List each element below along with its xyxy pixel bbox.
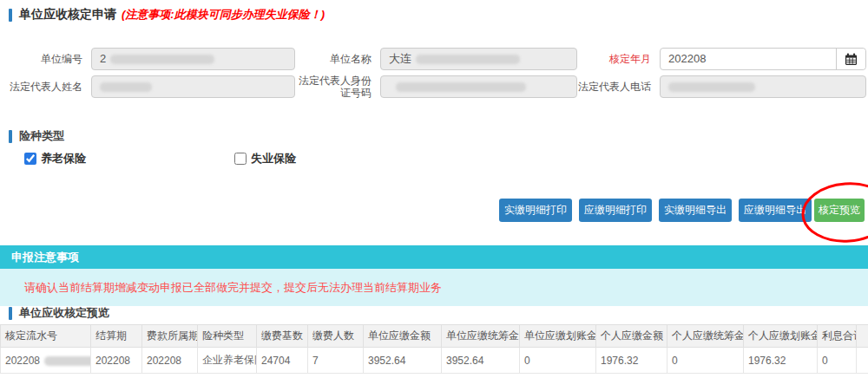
- col-serial-no: 核定流水号: [1, 325, 91, 348]
- preview-title: 单位应收核定预览: [19, 305, 109, 321]
- pension-checkbox[interactable]: [24, 153, 36, 165]
- cell-unit-pooled: 3952.64: [442, 348, 520, 374]
- preview-header: 单位应收核定预览: [9, 305, 109, 321]
- paid-detail-print-button[interactable]: 实缴明细打印: [499, 199, 572, 222]
- col-fee-period: 费款所属期: [142, 325, 198, 348]
- legal-name-label: 法定代表人姓名: [0, 75, 82, 98]
- calendar-picker-button[interactable]: [836, 49, 865, 69]
- col-unit-pooled: 单位应缴统筹金额: [442, 325, 520, 348]
- unit-name-label: 单位名称: [291, 48, 372, 70]
- due-detail-export-button[interactable]: 应缴明细导出: [739, 199, 812, 222]
- table-row: 202208 202208 202208 企业养老保险 24704 7 3952…: [1, 348, 868, 374]
- legal-id-label: 法定代表人身份证号码: [291, 75, 372, 99]
- verify-preview-button[interactable]: 核定预览: [814, 199, 865, 222]
- pension-insurance-option[interactable]: 养老保险: [24, 151, 86, 166]
- unit-code-input[interactable]: 2: [91, 48, 295, 70]
- insurance-type-header: 险种类型: [9, 128, 64, 144]
- cell-settle-period: 202208: [91, 348, 142, 374]
- col-insurance-type: 险种类型: [198, 325, 257, 348]
- col-interest-total: 利息合计: [818, 325, 857, 348]
- cell-interest-total: 0: [818, 348, 857, 374]
- cell-payer-count: 7: [308, 348, 364, 374]
- page-title: 单位应收核定申请: [19, 7, 116, 23]
- col-settle-period: 结算期: [91, 325, 142, 348]
- col-personal-account: 个人应缴划账金额: [744, 325, 818, 348]
- verify-month-input[interactable]: 202208: [660, 48, 866, 70]
- serial-redaction: [44, 356, 90, 366]
- cell-insurance-type: 企业养老保险: [198, 348, 257, 374]
- due-detail-print-button[interactable]: 应缴明细打印: [579, 199, 652, 222]
- unit-code-redaction: [110, 55, 214, 64]
- legal-phone-label: 法定代表人电话: [569, 75, 651, 98]
- verify-month-label: 核定年月: [569, 48, 651, 70]
- legal-phone-input[interactable]: [660, 75, 866, 98]
- page-header: 单位应收核定申请 (注意事项:此模块可同步办理失业保险！): [9, 7, 325, 23]
- page-title-notice: (注意事项:此模块可同步办理失业保险！): [122, 7, 325, 23]
- cell-extra-sliver: [857, 348, 868, 374]
- preview-table: 核定流水号 结算期 费款所属期 险种类型 缴费基数 缴费人数 单位应缴金额 单位…: [0, 324, 868, 374]
- calendar-icon: [845, 53, 858, 66]
- unemployment-label: 失业保险: [251, 151, 296, 166]
- cell-payment-base: 24704: [257, 348, 308, 374]
- col-unit-account: 单位应缴划账金额: [520, 325, 596, 348]
- legal-id-redaction: [396, 82, 526, 92]
- legal-id-input[interactable]: [380, 75, 577, 98]
- col-extra-sliver: [857, 325, 868, 348]
- legal-phone-redaction: [668, 82, 755, 92]
- legal-name-input[interactable]: [91, 75, 295, 98]
- preview-accent-bar: [9, 307, 12, 320]
- table-header-row: 核定流水号 结算期 费款所属期 险种类型 缴费基数 缴费人数 单位应缴金额 单位…: [1, 325, 868, 348]
- col-personal-due: 个人应缴金额: [596, 325, 667, 348]
- unit-name-redaction: [416, 55, 520, 64]
- col-payment-base: 缴费基数: [257, 325, 308, 348]
- col-personal-pooled: 个人应缴统筹金额: [667, 325, 744, 348]
- legal-name-redaction: [100, 82, 152, 92]
- cell-unit-due: 3952.64: [364, 348, 442, 374]
- paid-detail-export-button[interactable]: 实缴明细导出: [659, 199, 732, 222]
- unit-name-value: 大连: [389, 52, 411, 65]
- unemployment-insurance-option[interactable]: 失业保险: [234, 151, 296, 166]
- cell-personal-pooled: 0: [667, 348, 744, 374]
- cell-personal-account: 1976.32: [744, 348, 818, 374]
- cell-serial-no: 202208: [1, 348, 91, 374]
- pension-label: 养老保险: [41, 151, 86, 166]
- cell-unit-account: 0: [520, 348, 596, 374]
- unit-code-label: 单位编号: [0, 48, 82, 70]
- cell-personal-due: 1976.32: [596, 348, 667, 374]
- col-unit-due: 单位应缴金额: [364, 325, 442, 348]
- unemployment-checkbox[interactable]: [234, 153, 247, 165]
- title-accent-bar: [9, 9, 12, 22]
- cell-fee-period: 202208: [142, 348, 198, 374]
- unit-name-input[interactable]: 大连: [380, 48, 577, 70]
- col-payer-count: 缴费人数: [308, 325, 364, 348]
- insurance-accent-bar: [9, 130, 12, 143]
- verify-month-value: 202208: [668, 52, 706, 65]
- declaration-notice-header: 申报注意事项: [0, 245, 868, 269]
- page: 单位应收核定申请 (注意事项:此模块可同步办理失业保险！) 单位编号 2 单位名…: [0, 0, 868, 378]
- serial-prefix: 202208: [5, 355, 40, 367]
- insurance-type-title: 险种类型: [19, 128, 64, 144]
- unit-code-value: 2: [100, 52, 106, 65]
- declaration-notice-message: 请确认当前结算期增减变动申报已全部做完并提交，提交后无法办理当前结算期业务: [0, 269, 868, 306]
